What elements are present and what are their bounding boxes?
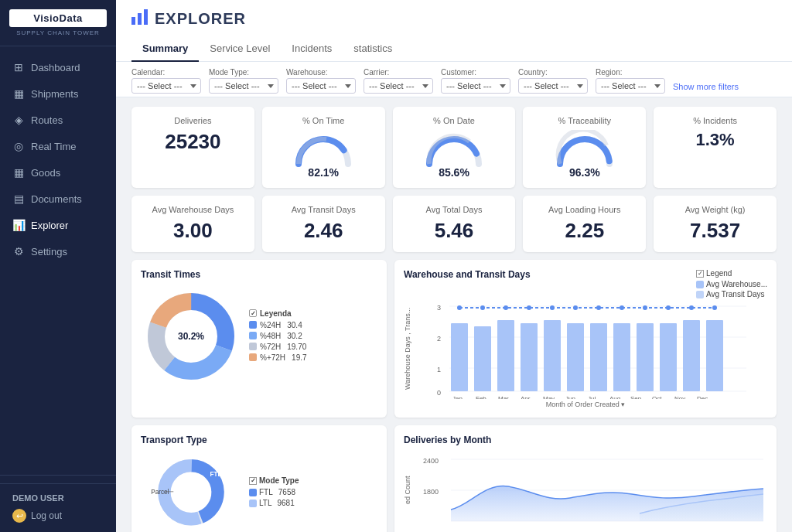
avg-weight-value: 7.537 xyxy=(664,219,766,243)
incidents-label: % Incidents xyxy=(664,116,766,125)
transit-times-title: Transit Times xyxy=(141,269,377,280)
svg-rect-26 xyxy=(660,323,677,391)
legend-transit: Avg Transit Days xyxy=(696,290,767,298)
kpi-incidents: % Incidents 1.3% xyxy=(654,107,777,188)
y-axis-label: Warehouse Days , Trans... xyxy=(404,298,416,399)
total-days-label: Avg Total Days xyxy=(404,205,505,214)
svg-point-29 xyxy=(457,305,462,310)
sidebar-item-shipments[interactable]: ▦ Shipments xyxy=(0,80,116,107)
calendar-select[interactable]: --- Select --- xyxy=(131,78,201,94)
kpi-on-date: % On Date 85.6% xyxy=(393,107,516,188)
logout-button[interactable]: ↩ Log out xyxy=(12,509,104,523)
sidebar-item-label: Explorer xyxy=(31,220,68,231)
sidebar-item-label: Settings xyxy=(31,246,67,257)
incidents-value: 1.3% xyxy=(664,130,766,150)
region-select[interactable]: --- Select --- xyxy=(596,78,665,94)
warehouse-select[interactable]: --- Select --- xyxy=(286,78,356,94)
deliveries-chart-area: ed Count 2400 1800 xyxy=(404,452,767,529)
region-filter: Region: --- Select --- xyxy=(596,68,665,94)
transport-donut-container: Parcel FTL xyxy=(141,452,241,532)
svg-rect-21 xyxy=(544,320,561,391)
svg-text:Apr: Apr xyxy=(521,395,531,399)
svg-point-40 xyxy=(712,305,717,310)
legend-color-48h xyxy=(249,332,257,339)
country-filter: Country: --- Select --- xyxy=(518,68,588,94)
deliveries-value: 25230 xyxy=(142,130,244,154)
customer-select[interactable]: --- Select --- xyxy=(441,78,510,94)
svg-point-32 xyxy=(527,305,531,310)
header-title-area: EXPLORER xyxy=(131,9,777,29)
sidebar-item-realtime[interactable]: ◎ Real Time xyxy=(0,133,116,159)
mode-type-filter: Mode Type: --- Select --- xyxy=(209,68,278,94)
filters-bar: Calendar: --- Select --- Mode Type: --- … xyxy=(116,62,792,97)
sidebar-item-routes[interactable]: ◈ Routes xyxy=(0,107,116,133)
sidebar-item-goods[interactable]: ▦ Goods xyxy=(0,159,116,186)
svg-point-35 xyxy=(596,305,601,310)
sidebar: VisioData SUPPLY CHAIN TOWER ⊞ Dashboard… xyxy=(0,0,116,532)
explorer-bar-icon xyxy=(131,9,148,29)
transport-type-card: Transport Type Parcel xyxy=(131,425,387,532)
calendar-label: Calendar: xyxy=(131,68,201,77)
documents-icon: ▤ xyxy=(12,193,25,205)
svg-point-33 xyxy=(550,305,555,310)
sidebar-footer: DEMO USER ↩ Log out xyxy=(0,483,116,532)
sidebar-item-documents[interactable]: ▤ Documents xyxy=(0,186,116,212)
content-area: Deliveries 25230 % On Time 82.1% % On Da… xyxy=(116,97,792,532)
svg-text:0: 0 xyxy=(437,389,441,397)
logout-icon: ↩ xyxy=(12,509,26,523)
x-axis-label: Month of Order Created ▾ xyxy=(404,401,767,408)
tab-bar: Summary Service Level Incidents statisti… xyxy=(131,36,777,61)
legend-color-24h xyxy=(249,321,257,329)
kpi-row-2: Avg Warehouse Days 3.00 Avg Transit Days… xyxy=(131,196,777,252)
svg-text:2400: 2400 xyxy=(423,457,439,465)
warehouse-transit-title: Warehouse and Transit Days xyxy=(404,269,531,280)
svg-rect-20 xyxy=(521,323,538,391)
country-select[interactable]: --- Select --- xyxy=(518,78,588,94)
svg-text:2: 2 xyxy=(437,335,441,343)
carrier-filter: Carrier: --- Select --- xyxy=(364,68,433,94)
mode-type-select[interactable]: --- Select --- xyxy=(209,78,278,94)
routes-icon: ◈ xyxy=(12,114,25,126)
svg-rect-0 xyxy=(131,17,135,25)
svg-text:Jul: Jul xyxy=(588,395,596,399)
sidebar-item-label: Routes xyxy=(31,114,63,126)
svg-text:1: 1 xyxy=(437,366,441,373)
warehouse-bar-chart: 3 2 1 0 xyxy=(416,298,767,399)
sidebar-item-dashboard[interactable]: ⊞ Dashboard xyxy=(0,54,116,80)
on-date-gauge xyxy=(423,130,485,165)
tab-summary[interactable]: Summary xyxy=(131,36,199,62)
header: EXPLORER Summary Service Level Incidents… xyxy=(116,0,792,62)
customer-label: Customer: xyxy=(441,68,510,77)
svg-rect-27 xyxy=(683,320,700,391)
sidebar-divider xyxy=(0,475,116,476)
main-area: EXPLORER Summary Service Level Incidents… xyxy=(116,0,792,532)
transit-times-chart-area: 30.2% ✓ Leyenda %24H 30.4 xyxy=(141,286,377,387)
warehouse-transit-legend: ✓ Legend Avg Warehouse... Avg Transit Da… xyxy=(696,269,767,298)
tab-statistics[interactable]: statistics xyxy=(343,36,403,62)
sidebar-item-label: Dashboard xyxy=(31,62,80,73)
svg-point-30 xyxy=(480,305,485,310)
sidebar-item-explorer[interactable]: 📊 Explorer xyxy=(0,212,116,238)
ftl-legend: FTL 7658 xyxy=(249,488,299,496)
sidebar-item-settings[interactable]: ⚙ Settings xyxy=(0,238,116,264)
svg-point-39 xyxy=(689,305,694,310)
deliveries-label: Deliveries xyxy=(142,116,244,125)
kpi-total-days: Avg Total Days 5.46 xyxy=(393,196,516,252)
warehouse-filter: Warehouse: --- Select --- xyxy=(286,68,356,94)
warehouse-days-label: Avg Warehouse Days xyxy=(142,205,244,214)
tab-service-level[interactable]: Service Level xyxy=(199,36,281,62)
kpi-loading-hours: Avg Loading Hours 2.25 xyxy=(523,196,646,252)
svg-text:Feb: Feb xyxy=(476,395,486,399)
svg-text:Aug: Aug xyxy=(609,395,620,399)
tab-incidents[interactable]: Incidents xyxy=(281,36,343,62)
on-date-label: % On Date xyxy=(404,116,505,125)
svg-point-31 xyxy=(504,305,508,310)
page-title: EXPLORER xyxy=(155,10,246,28)
carrier-select[interactable]: --- Select --- xyxy=(364,78,433,94)
kpi-on-time: % On Time 82.1% xyxy=(262,107,385,188)
legend-24h: %24H 30.4 xyxy=(249,321,307,329)
show-more-filters[interactable]: Show more filters xyxy=(673,82,739,91)
svg-rect-23 xyxy=(590,323,607,391)
bottom-row: Transport Type Parcel xyxy=(131,425,777,532)
legend-color-72h xyxy=(249,343,257,350)
